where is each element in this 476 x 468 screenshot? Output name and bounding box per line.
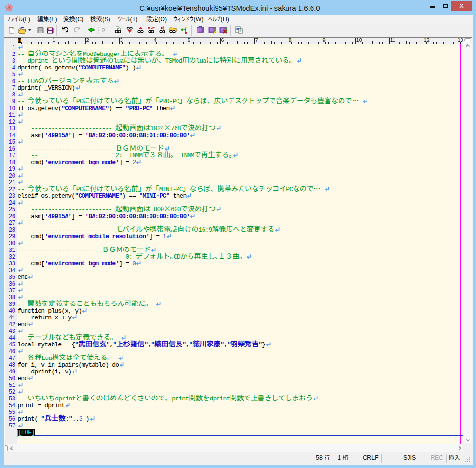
svg-text:R: R	[148, 26, 150, 30]
svg-text:P: P	[152, 26, 155, 30]
